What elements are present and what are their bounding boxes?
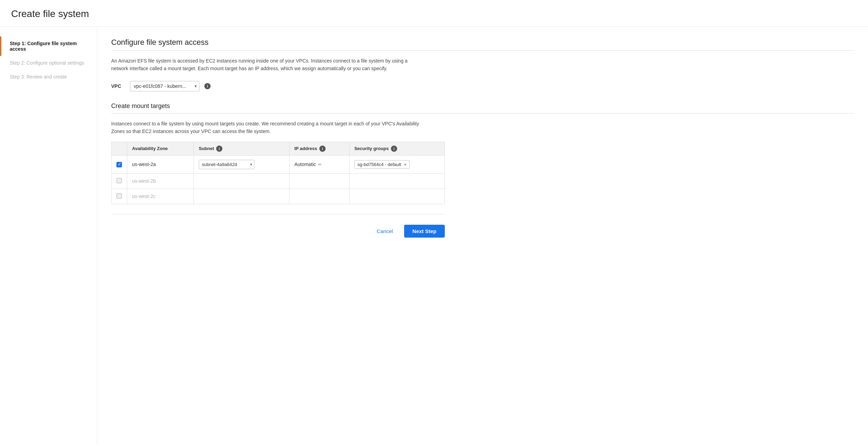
- sidebar-step-1[interactable]: Step 1: Configure file system access: [0, 36, 97, 56]
- row3-sg: [349, 189, 444, 204]
- row2-subnet: [194, 173, 289, 189]
- col-subnet: Subnet i: [194, 142, 289, 155]
- row2-sg: [349, 173, 444, 189]
- vpc-row: VPC vpc-e01fc087 - kubern... i: [111, 81, 854, 91]
- mount-targets-title: Create mount targets: [111, 102, 854, 110]
- row3-checkbox[interactable]: [116, 193, 122, 199]
- row3-ip: [289, 189, 350, 204]
- row1-subnet-select[interactable]: subnet-4a9a642d: [199, 160, 254, 169]
- row1-check-cell: [112, 155, 127, 173]
- sidebar-step-3[interactable]: Step 3: Review and create: [0, 70, 97, 84]
- row2-checkbox[interactable]: [116, 178, 122, 183]
- vpc-select[interactable]: vpc-e01fc087 - kubern...: [130, 81, 199, 91]
- table-row: us-west-2c: [112, 189, 445, 204]
- table-row: us-west-2a subnet-4a9a642d Automatic ✏: [112, 155, 445, 173]
- table-row: us-west-2b: [112, 173, 445, 189]
- section-divider: [111, 50, 854, 51]
- sidebar: Step 1: Configure file system access Ste…: [0, 27, 97, 445]
- row1-subnet: subnet-4a9a642d: [194, 155, 289, 173]
- vpc-label: VPC: [111, 83, 125, 89]
- page-title: Create file system: [0, 0, 868, 27]
- row1-sg-label: sg-bd7564c4 - default: [358, 162, 401, 167]
- row1-subnet-wrapper: subnet-4a9a642d: [199, 160, 254, 169]
- sg-info-icon[interactable]: i: [391, 146, 397, 152]
- main-content: Configure file system access An Amazon E…: [97, 27, 868, 445]
- vpc-info-icon[interactable]: i: [204, 83, 211, 89]
- row1-az: us-west-2a: [127, 155, 194, 173]
- mount-table: Availability Zone Subnet i IP address i: [111, 142, 445, 204]
- main-description: An Amazon EFS file system is accessed by…: [111, 57, 424, 73]
- row2-az: us-west-2b: [127, 173, 194, 189]
- row1-ip-text: Automatic ✏: [294, 162, 344, 167]
- mount-description: Instances connect to a file system by us…: [111, 120, 424, 135]
- row1-ip: Automatic ✏: [289, 155, 350, 173]
- row2-check-cell: [112, 173, 127, 189]
- vpc-select-wrapper: vpc-e01fc087 - kubern...: [130, 81, 199, 91]
- col-az: Availability Zone: [127, 142, 194, 155]
- col-ip: IP address i: [289, 142, 350, 155]
- row3-subnet: [194, 189, 289, 204]
- row1-sg-remove[interactable]: ×: [404, 162, 407, 167]
- next-step-button[interactable]: Next Step: [404, 225, 445, 238]
- section-title: Configure file system access: [111, 38, 854, 47]
- bottom-divider: [111, 214, 445, 214]
- row1-sg: sg-bd7564c4 - default ×: [349, 155, 444, 173]
- row1-edit-icon[interactable]: ✏: [318, 162, 322, 167]
- subnet-info-icon[interactable]: i: [216, 146, 222, 152]
- ip-info-icon[interactable]: i: [319, 146, 326, 152]
- row3-check-cell: [112, 189, 127, 204]
- mount-divider: [111, 113, 854, 114]
- col-check: [112, 142, 127, 155]
- row3-az: us-west-2c: [127, 189, 194, 204]
- footer-buttons: Cancel Next Step: [111, 221, 445, 238]
- row1-checkbox[interactable]: [116, 162, 122, 167]
- cancel-button[interactable]: Cancel: [370, 225, 399, 238]
- row1-sg-tag: sg-bd7564c4 - default ×: [354, 160, 410, 169]
- row2-ip: [289, 173, 350, 189]
- col-sg: Security groups i: [349, 142, 444, 155]
- sidebar-step-2[interactable]: Step 2: Configure optional settings: [0, 56, 97, 70]
